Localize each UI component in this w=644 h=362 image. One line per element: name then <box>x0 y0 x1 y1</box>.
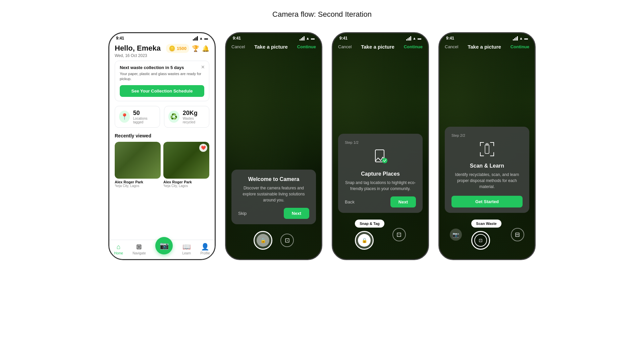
nav-profile-label: Profile <box>200 251 210 255</box>
continue-button-3[interactable]: Continue <box>404 44 423 49</box>
skip-button[interactable]: Skip <box>238 211 247 216</box>
shutter-button-3[interactable]: 🔒 <box>355 231 374 250</box>
park-card-2[interactable]: ❤️ Alex Roger Park Ikeja City, Lagos <box>163 142 209 188</box>
scan-shutter-icon: ⊡ <box>479 238 483 243</box>
phone4-top-nav: Cancel Take a picture Continue <box>439 42 535 52</box>
welcome-modal: Welcome to Camera Discover the camera fe… <box>231 170 316 224</box>
battery-icon: ▬ <box>204 36 208 40</box>
nav-home-label: Home <box>114 251 123 255</box>
back-button-3[interactable]: Back <box>345 199 355 204</box>
phone-2-welcome: 9:41 ▲ ▬ Cancel Take a picture Continue <box>225 32 322 260</box>
date: Wed, 16 Oct 2023 <box>115 53 161 58</box>
scan-learn-body: Identify recyclables, scan, and learn pr… <box>451 172 523 190</box>
nav-navigate-label: Navigate <box>132 251 146 255</box>
capture-places-buttons: Back Next <box>345 196 416 207</box>
shutter-inner-2: 🔒 <box>257 234 269 247</box>
fab-camera-button[interactable]: 📷 <box>155 237 173 254</box>
notification-body: Your paper, plastic and glass wastes are… <box>120 71 204 82</box>
stats-row: 📍 50 Locations tagged ♻️ 20Kg Wastes rec… <box>115 106 209 128</box>
close-notification-icon[interactable]: ✕ <box>201 64 205 70</box>
cancel-button-2[interactable]: Cancel <box>231 44 245 49</box>
camera-content-3: Step 1/2 Capture Places Snap and tag loc… <box>333 52 428 259</box>
next-button-2[interactable]: Next <box>284 208 309 219</box>
phone2-overlay: 9:41 ▲ ▬ Cancel Take a picture Continue <box>226 33 321 259</box>
cancel-button-3[interactable]: Cancel <box>338 44 352 49</box>
phone-4-scan: 9:41 ▲ ▬ Cancel Take a picture Continue <box>438 32 536 260</box>
camera-title-2: Take a picture <box>254 44 288 50</box>
next-button-3[interactable]: Next <box>390 196 416 207</box>
waste-label: Wastes recycled <box>183 117 205 124</box>
phone2-top-nav: Cancel Take a picture Continue <box>226 42 321 52</box>
camera-bottom-4: 📷 Scan Waste ⊡ ⊟ <box>439 217 535 252</box>
heart-icon: ❤️ <box>199 144 207 152</box>
notification-bell-icon[interactable]: 🔔 <box>202 45 209 52</box>
camera-content-4: Step 2/2 Scan & Learn <box>439 52 535 259</box>
camera-title-4: Take a picture <box>468 44 501 50</box>
scan-mode-icon-4[interactable]: ⊟ <box>511 228 524 241</box>
scan-icon: ⊡ <box>285 237 290 244</box>
camera-bottom-2: 🔒 ⊡ <box>226 228 321 252</box>
nav-navigate[interactable]: ⊞ Navigate <box>132 243 146 255</box>
cancel-button-4[interactable]: Cancel <box>445 44 458 49</box>
learn-icon: 📖 <box>182 243 191 251</box>
scan-mode-icon[interactable]: ⊡ <box>280 234 294 247</box>
scan-learn-icon <box>451 141 523 160</box>
stat-locations: 📍 50 Locations tagged <box>115 106 160 128</box>
nav-learn-label: Learn <box>182 251 191 255</box>
shutter-inner-4: ⊡ <box>474 234 487 247</box>
capture-places-body: Snap and tag locations to highlight eco-… <box>345 180 416 192</box>
scan-mode-icon-3[interactable]: ⊡ <box>392 228 406 241</box>
snap-tag-group: Snap & Tag 🔒 <box>355 220 384 250</box>
nav-home[interactable]: ⌂ Home <box>114 243 123 255</box>
time-4: 9:41 <box>446 36 454 41</box>
svg-point-2 <box>382 158 387 163</box>
welcome-modal-title: Welcome to Camera <box>238 176 309 182</box>
step-label-3: Step 1/2 <box>345 140 416 144</box>
notification-card: ✕ Next waste collection in 5 days Your p… <box>115 61 209 101</box>
locations-count: 50 <box>133 110 156 117</box>
battery-icon-4: ▬ <box>524 36 528 40</box>
waste-count: 20Kg <box>183 110 205 117</box>
snap-tag-button[interactable]: Snap & Tag <box>355 220 384 228</box>
phone-1-home: 9:41 ▲ ▬ Hello, Emeka Wed, 16 Oct 2023 <box>108 32 216 260</box>
scan-waste-group: Scan Waste ⊡ <box>471 220 501 250</box>
recently-viewed-title: Recently viewed <box>115 133 209 138</box>
camera-content-2: Welcome to Camera Discover the camera fe… <box>226 52 321 259</box>
nav-learn[interactable]: 📖 Learn <box>182 243 191 255</box>
capture-places-title: Capture Places <box>345 171 416 177</box>
status-bar-1: 9:41 ▲ ▬ <box>109 33 215 42</box>
stat-waste: ♻️ 20Kg Wastes recycled <box>164 106 209 128</box>
shutter-button-4[interactable]: ⊡ <box>471 231 490 250</box>
scan-waste-button[interactable]: Scan Waste <box>471 220 501 228</box>
continue-button-2[interactable]: Continue <box>297 44 316 49</box>
coin-badge: 🪙 1500 <box>166 44 189 53</box>
scan-learn-modal: Step 2/2 Scan & Learn <box>445 127 529 213</box>
wifi-icon: ▲ <box>199 36 203 40</box>
status-icons-2: ▲ ▬ <box>300 36 315 41</box>
nav-profile[interactable]: 👤 Profile <box>200 243 210 255</box>
phone3-top-nav: Cancel Take a picture Continue <box>333 42 428 52</box>
signal-icon <box>193 36 198 41</box>
wifi-icon-2: ▲ <box>306 36 310 40</box>
lock-icon: 🔒 <box>260 238 266 243</box>
schedule-button[interactable]: See Your Collection Schedule <box>120 85 204 97</box>
wifi-icon-4: ▲ <box>519 36 523 40</box>
park-image-1 <box>115 142 161 179</box>
welcome-modal-buttons: Skip Next <box>238 208 309 219</box>
status-bar-2: 9:41 ▲ ▬ <box>226 33 321 42</box>
camera-flip-icon[interactable]: 📷 <box>450 229 462 241</box>
signal-icon-2 <box>300 36 305 41</box>
time-1: 9:41 <box>116 36 124 41</box>
park-location-1: Ikeja City, Lagos <box>115 184 161 188</box>
camera-bottom-3: Snap & Tag 🔒 ⊡ <box>333 217 428 252</box>
park-card-1[interactable]: Alex Roger Park Ikeja City, Lagos <box>115 142 161 188</box>
scan-icon-3: ⊡ <box>396 231 401 238</box>
locations-label: Locations tagged <box>133 117 156 124</box>
time-2: 9:41 <box>233 36 241 41</box>
stat-locations-info: 50 Locations tagged <box>133 110 156 124</box>
continue-button-4[interactable]: Continue <box>511 44 529 49</box>
capture-places-icon <box>345 148 416 168</box>
get-started-button[interactable]: Get Started <box>451 196 523 207</box>
shutter-button-2[interactable]: 🔒 <box>254 231 272 250</box>
header-icons: 🪙 1500 🏆 🔔 <box>166 44 209 53</box>
